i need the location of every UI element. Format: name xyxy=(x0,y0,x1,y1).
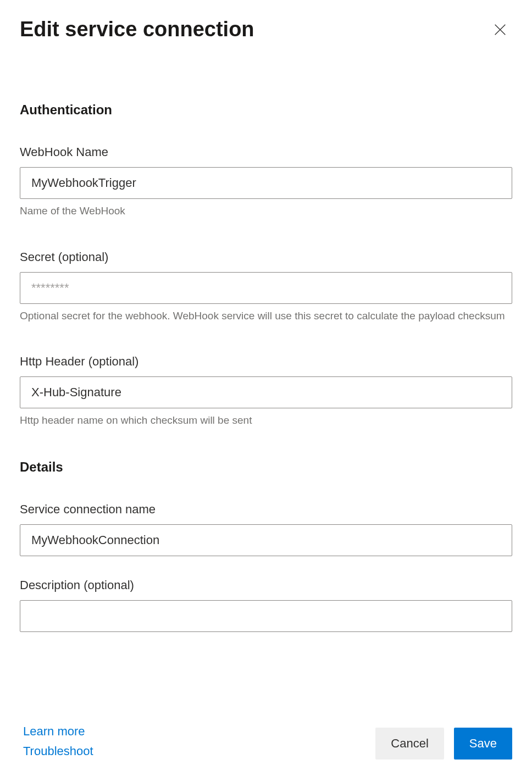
footer-links: Learn more Troubleshoot xyxy=(20,724,93,758)
http-header-label: Http Header (optional) xyxy=(20,354,512,369)
troubleshoot-link[interactable]: Troubleshoot xyxy=(23,744,93,758)
cancel-button[interactable]: Cancel xyxy=(375,728,444,760)
secret-field: Secret (optional) Optional secret for th… xyxy=(20,250,512,324)
secret-input[interactable] xyxy=(20,272,512,304)
panel-header: Edit service connection xyxy=(20,18,512,42)
panel-title: Edit service connection xyxy=(20,18,254,41)
service-connection-name-input[interactable] xyxy=(20,524,512,556)
save-button[interactable]: Save xyxy=(454,728,512,760)
webhook-name-label: WebHook Name xyxy=(20,145,512,159)
close-icon xyxy=(492,22,508,37)
secret-help: Optional secret for the webhook. WebHook… xyxy=(20,308,512,324)
details-heading: Details xyxy=(20,459,512,475)
footer-buttons: Cancel Save xyxy=(375,728,512,760)
panel-footer: Learn more Troubleshoot Cancel Save xyxy=(20,714,512,776)
secret-label: Secret (optional) xyxy=(20,250,512,264)
webhook-name-help: Name of the WebHook xyxy=(20,203,512,219)
close-button[interactable] xyxy=(488,18,512,42)
edit-service-connection-panel: Edit service connection Authentication W… xyxy=(0,0,532,776)
service-connection-name-field: Service connection name xyxy=(20,502,512,556)
description-label: Description (optional) xyxy=(20,578,512,592)
authentication-heading: Authentication xyxy=(20,102,512,118)
learn-more-link[interactable]: Learn more xyxy=(23,724,93,739)
description-field: Description (optional) xyxy=(20,578,512,632)
webhook-name-field: WebHook Name Name of the WebHook xyxy=(20,145,512,219)
http-header-help: Http header name on which checksum will … xyxy=(20,413,512,429)
webhook-name-input[interactable] xyxy=(20,167,512,199)
http-header-input[interactable] xyxy=(20,376,512,408)
service-connection-name-label: Service connection name xyxy=(20,502,512,517)
http-header-field: Http Header (optional) Http header name … xyxy=(20,354,512,429)
description-input[interactable] xyxy=(20,600,512,632)
panel-content: Authentication WebHook Name Name of the … xyxy=(20,102,512,714)
